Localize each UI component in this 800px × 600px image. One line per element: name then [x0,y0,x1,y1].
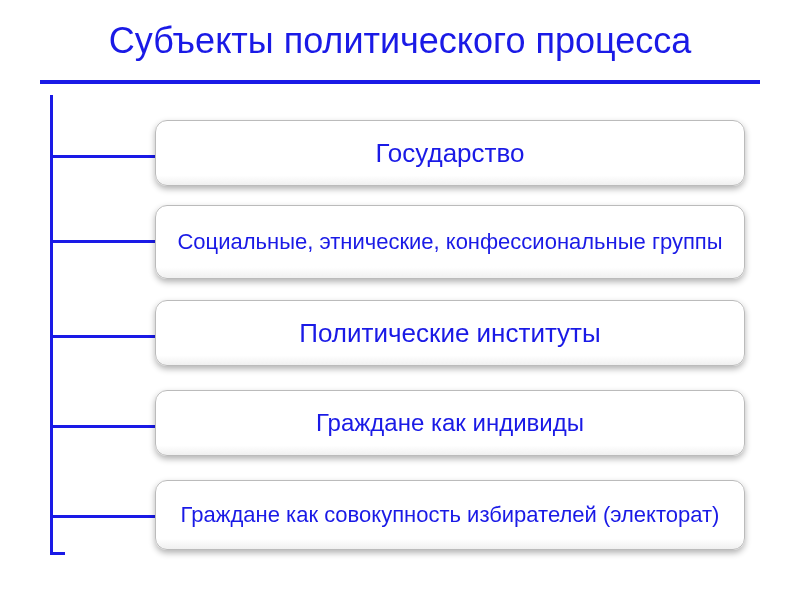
item-box-social-groups: Социальные, этнические, конфессиональные… [155,205,745,279]
item-label: Социальные, этнические, конфессиональные… [177,228,722,257]
item-box-state: Государство [155,120,745,186]
item-label: Политические институты [299,318,600,349]
title-underline [40,80,760,84]
item-box-citizens-individual: Граждане как индивиды [155,390,745,456]
bracket-bottom-cap [50,552,65,555]
item-box-political-institutions: Политические институты [155,300,745,366]
diagram-title: Субъекты политического процесса [0,0,800,80]
item-label: Граждане как индивиды [316,409,584,437]
connector-line [50,335,155,338]
connector-line [50,155,155,158]
connector-line [50,515,155,518]
connector-line [50,240,155,243]
item-box-citizens-electorate: Граждане как совокупность избирателей (э… [155,480,745,550]
item-label: Государство [376,138,525,169]
item-label: Граждане как совокупность избирателей (э… [181,501,720,530]
bracket-vertical [50,95,53,555]
connector-line [50,425,155,428]
